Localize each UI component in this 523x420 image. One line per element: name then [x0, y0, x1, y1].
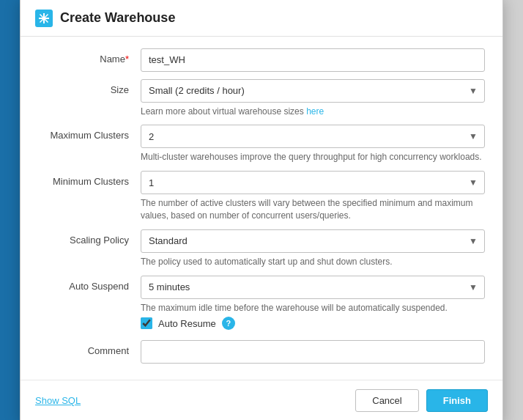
auto-resume-checkbox[interactable]: [141, 317, 152, 329]
comment-control-wrap: [141, 340, 485, 364]
snowflake-icon: [35, 10, 53, 27]
scaling-policy-hint: The policy used to automatically start u…: [141, 256, 485, 268]
min-clusters-label: Minimum Clusters: [38, 171, 141, 187]
dialog-footer: Show SQL Cancel Finish: [21, 380, 502, 420]
create-warehouse-dialog: Create Warehouse Name* Size X-Small: [20, 0, 503, 420]
max-clusters-select-wrap: 1 2 3 4 5 ▼: [141, 125, 485, 148]
page-wrapper: Create Warehouse Name* Size X-Small: [0, 0, 523, 420]
auto-suspend-control-wrap: 1 minute 5 minutes 10 minutes 15 minutes…: [141, 276, 485, 334]
min-clusters-control-wrap: 1 2 3 4 5 ▼ The number of active cluster…: [141, 171, 485, 222]
size-label: Size: [38, 79, 141, 95]
size-select-wrap: X-Small (1 credit / hour) Small (2 credi…: [141, 79, 485, 103]
dialog-body: Name* Size X-Small (1 credit / hour) Sma…: [21, 37, 502, 380]
min-clusters-select-wrap: 1 2 3 4 5 ▼: [141, 171, 485, 194]
dialog-header: Create Warehouse: [21, 0, 502, 37]
scaling-policy-select[interactable]: Standard Economy: [141, 229, 485, 253]
max-clusters-control-wrap: 1 2 3 4 5 ▼ Multi-cluster warehouses imp…: [141, 125, 485, 163]
auto-suspend-hint: The maximum idle time before the warehou…: [141, 302, 485, 314]
min-clusters-row: Minimum Clusters 1 2 3 4 5 ▼ The number …: [38, 171, 485, 222]
name-label: Name*: [38, 48, 141, 65]
size-hint: Learn more about virtual warehouse sizes…: [141, 106, 485, 118]
max-clusters-row: Maximum Clusters 1 2 3 4 5 ▼ Multi-clust…: [38, 125, 485, 163]
size-hint-link[interactable]: here: [306, 106, 324, 117]
auto-resume-label: Auto Resume: [158, 318, 216, 329]
scaling-policy-select-wrap: Standard Economy ▼: [141, 229, 485, 253]
auto-suspend-select-wrap: 1 minute 5 minutes 10 minutes 15 minutes…: [141, 276, 485, 299]
cancel-button[interactable]: Cancel: [355, 389, 418, 412]
size-row: Size X-Small (1 credit / hour) Small (2 …: [38, 79, 485, 118]
finish-button[interactable]: Finish: [426, 389, 488, 412]
auto-suspend-select[interactable]: 1 minute 5 minutes 10 minutes 15 minutes…: [141, 276, 485, 299]
min-clusters-select[interactable]: 1 2 3 4 5: [141, 171, 485, 194]
show-sql-button[interactable]: Show SQL: [35, 395, 81, 406]
max-clusters-select[interactable]: 1 2 3 4 5: [141, 125, 485, 148]
name-control-wrap: [141, 48, 485, 72]
auto-suspend-label: Auto Suspend: [38, 276, 141, 292]
auto-suspend-row: Auto Suspend 1 minute 5 minutes 10 minut…: [38, 276, 485, 334]
min-clusters-hint: The number of active clusters will vary …: [141, 197, 485, 222]
auto-resume-row: Auto Resume ?: [141, 317, 485, 330]
max-clusters-label: Maximum Clusters: [38, 125, 141, 141]
size-select[interactable]: X-Small (1 credit / hour) Small (2 credi…: [141, 79, 485, 103]
dialog-title: Create Warehouse: [60, 10, 175, 26]
size-control-wrap: X-Small (1 credit / hour) Small (2 credi…: [141, 79, 485, 118]
scaling-policy-control-wrap: Standard Economy ▼ The policy used to au…: [141, 229, 485, 268]
comment-row: Comment: [38, 340, 485, 364]
footer-buttons: Cancel Finish: [355, 389, 488, 412]
comment-label: Comment: [38, 340, 141, 356]
name-row: Name*: [38, 48, 485, 72]
max-clusters-hint: Multi-cluster warehouses improve the que…: [141, 151, 485, 163]
comment-input[interactable]: [141, 340, 485, 364]
scaling-policy-row: Scaling Policy Standard Economy ▼ The po…: [38, 229, 485, 268]
auto-resume-help-icon[interactable]: ?: [222, 317, 235, 330]
scaling-policy-label: Scaling Policy: [38, 229, 141, 246]
name-input[interactable]: [141, 48, 485, 72]
